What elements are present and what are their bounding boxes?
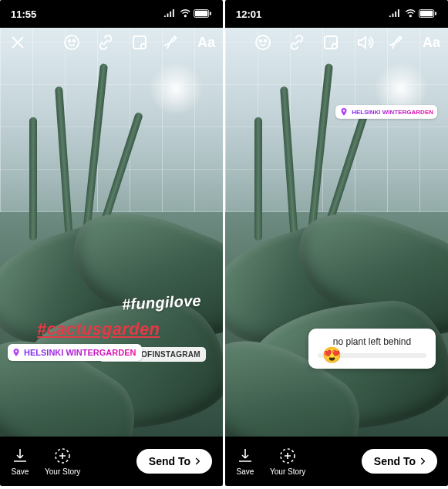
svg-rect-10 [420,10,433,15]
poll-sticker[interactable]: no plant left behind 😍 [308,329,436,369]
bottom-bar: Save Your Story Send To [225,437,448,486]
chevron-right-icon [417,456,428,467]
sound-icon[interactable] [355,32,375,52]
svg-point-5 [73,40,75,42]
svg-rect-1 [195,10,207,15]
status-time: 12:01 [236,8,261,20]
save-button[interactable]: Save [236,447,254,476]
hashtag-cactusgarden[interactable]: #cactusgarden [37,319,160,339]
location-sticker[interactable]: HELSINKI WINTERGARDEN [8,344,142,361]
svg-point-16 [343,110,345,111]
story-canvas[interactable]: Aa #fungilove #cactusgarden #PLANTSOFINS… [0,28,223,437]
your-story-button[interactable]: Your Story [45,447,80,476]
location-pin-icon [12,348,21,357]
status-bar: 11:55 [0,0,223,28]
svg-rect-11 [435,12,436,15]
svg-point-12 [256,35,270,49]
location-label: HELSINKI WINTERGARDEN [352,109,433,116]
send-to-label: Send To [374,455,416,467]
draw-icon[interactable] [163,32,184,52]
download-icon [236,447,254,465]
poll-emoji[interactable]: 😍 [322,346,342,364]
effects-icon[interactable] [253,32,273,52]
status-bar: 12:01 [225,0,448,28]
your-story-label: Your Story [45,467,80,476]
send-to-button[interactable]: Send To [136,449,212,474]
battery-icon [194,8,212,20]
sticker-icon[interactable] [130,32,150,52]
svg-rect-15 [325,36,337,49]
text-tool[interactable]: Aa [423,35,440,51]
editor-toolbar: Aa [225,32,448,52]
effects-icon[interactable] [62,32,82,52]
chevron-right-icon [192,456,203,467]
editor-toolbar: Aa [0,32,223,52]
download-icon [11,447,29,465]
plant-shape [254,117,262,241]
story-canvas[interactable]: Aa HELSINKI WINTERGARDEN no plant left b… [225,28,448,437]
save-button[interactable]: Save [11,447,29,476]
bottom-bar: Save Your Story Send To [0,437,223,486]
signal-icon [389,8,402,20]
your-story-icon [278,447,297,465]
story-editor-left: 11:55 Aa #fungilove #cactusgarden #PLANT [0,0,223,486]
svg-point-3 [65,35,79,49]
link-icon[interactable] [287,32,307,52]
save-label: Save [12,467,29,476]
send-to-button[interactable]: Send To [362,449,437,474]
status-time: 11:55 [11,8,36,20]
story-editor-right: 12:01 Aa HELSINKI WINTERGARDEN [225,0,448,486]
svg-point-4 [69,40,70,42]
draw-icon[interactable] [389,32,409,52]
save-label: Save [237,467,254,476]
your-story-icon [53,447,72,465]
location-pin-icon [339,107,349,116]
plant-shape [29,117,37,241]
wifi-icon [405,8,416,20]
wifi-icon [180,8,191,20]
svg-rect-2 [210,12,211,15]
svg-point-13 [260,40,261,42]
your-story-label: Your Story [270,467,305,476]
sticker-icon[interactable] [321,32,341,52]
text-tool[interactable]: Aa [197,35,215,51]
battery-icon [419,8,437,20]
poll-slider[interactable]: 😍 [318,353,426,358]
svg-point-7 [15,350,17,352]
svg-point-14 [264,40,266,42]
location-label: HELSINKI WINTERGARDEN [24,348,136,357]
signal-icon [163,8,177,20]
location-sticker[interactable]: HELSINKI WINTERGARDEN [335,105,437,119]
close-icon[interactable] [8,32,28,52]
sunlight-glow [149,62,203,116]
send-to-label: Send To [149,455,190,467]
link-icon[interactable] [96,32,116,52]
svg-rect-6 [133,36,146,49]
your-story-button[interactable]: Your Story [270,447,305,476]
